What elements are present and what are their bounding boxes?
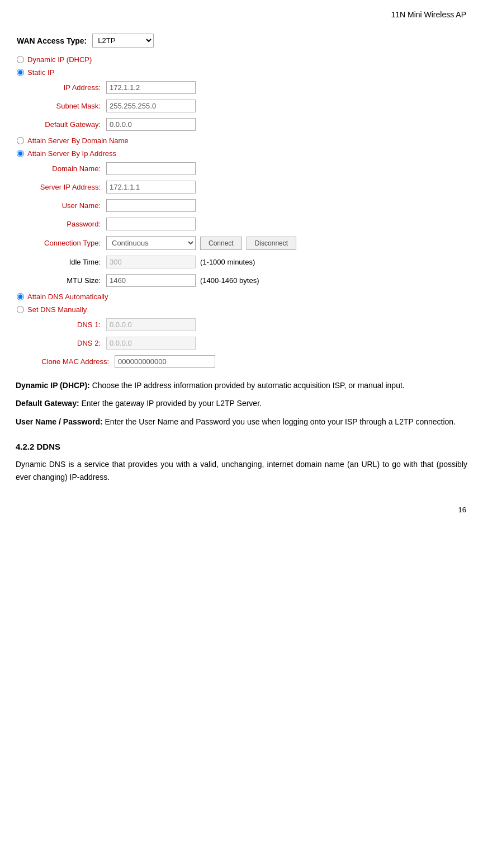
set-dns-manually-radio-row: Set DNS Manually (17, 305, 472, 314)
subnet-mask-label: Subnet Mask: (17, 102, 106, 110)
default-gw-desc-text: Enter the gateway IP provided by your L2… (81, 399, 261, 408)
connect-button[interactable]: Connect (200, 237, 242, 250)
attain-ip-radio[interactable] (17, 150, 24, 157)
default-gateway-input[interactable] (106, 118, 196, 131)
ip-address-input[interactable] (106, 81, 196, 94)
password-row: Password: (17, 218, 472, 230)
domain-name-label: Domain Name: (17, 164, 106, 173)
default-gw-description: Default Gateway: Enter the gateway IP pr… (16, 397, 467, 409)
user-pass-description: User Name / Password: Enter the User Nam… (16, 416, 467, 428)
mtu-size-hint: (1400-1460 bytes) (200, 276, 259, 285)
attain-ip-radio-row: Attain Server By Ip Address (17, 149, 472, 158)
static-ip-label: Static IP (27, 68, 54, 77)
form-section: WAN Access Type: L2TP PPPoE PPTP Static … (11, 34, 472, 368)
dns1-label: DNS 1: (28, 320, 106, 329)
default-gateway-row: Default Gateway: (17, 118, 472, 131)
user-name-row: User Name: (17, 199, 472, 212)
ip-address-label: IP Address: (17, 83, 106, 92)
connection-type-select[interactable]: Continuous Connect on Demand Manual (106, 236, 196, 250)
server-ip-label: Server IP Address: (17, 183, 106, 191)
password-input[interactable] (106, 218, 196, 230)
clone-mac-input[interactable] (115, 355, 215, 368)
wan-access-row: WAN Access Type: L2TP PPPoE PPTP Static … (17, 34, 472, 48)
header-title: 11N Mini Wireless AP (391, 10, 466, 19)
idle-time-input[interactable] (106, 256, 196, 268)
description-section: Dynamic IP (DHCP): Choose the IP address… (11, 379, 472, 483)
mtu-size-row: MTU Size: (1400-1460 bytes) (17, 274, 472, 287)
disconnect-button[interactable]: Disconnect (247, 237, 296, 250)
attain-domain-radio[interactable] (17, 137, 24, 144)
clone-mac-label: Clone MAC Address: (17, 357, 115, 366)
static-ip-radio-row: Static IP (17, 68, 472, 77)
user-pass-desc-text: Enter the User Name and Password you use… (105, 417, 456, 426)
attain-dns-auto-radio[interactable] (17, 293, 24, 300)
subnet-mask-input[interactable] (106, 100, 196, 112)
attain-domain-label: Attain Server By Domain Name (27, 136, 129, 145)
idle-time-label: Idle Time: (17, 258, 106, 266)
dns2-label: DNS 2: (28, 339, 106, 347)
dynamic-ip-radio[interactable] (17, 56, 24, 63)
mtu-size-input[interactable] (106, 274, 196, 287)
subnet-mask-row: Subnet Mask: (17, 100, 472, 112)
dynamic-ip-description: Dynamic IP (DHCP): Choose the IP address… (16, 379, 467, 391)
wan-access-select[interactable]: L2TP PPPoE PPTP Static IP Dynamic IP (DH… (92, 34, 154, 48)
set-dns-manually-label: Set DNS Manually (27, 305, 87, 314)
connection-type-row: Connection Type: Continuous Connect on D… (17, 236, 472, 250)
dynamic-ip-radio-row: Dynamic IP (DHCP) (17, 55, 472, 64)
wan-access-label: WAN Access Type: (17, 36, 87, 45)
attain-ip-label: Attain Server By Ip Address (27, 149, 116, 158)
dynamic-ip-desc-bold: Dynamic IP (DHCP): (16, 381, 90, 390)
default-gateway-label: Default Gateway: (17, 120, 106, 129)
static-ip-radio[interactable] (17, 69, 24, 76)
default-gw-desc-bold: Default Gateway: (16, 399, 79, 408)
connection-type-label: Connection Type: (17, 239, 106, 247)
domain-name-input[interactable] (106, 162, 196, 175)
page-number: 16 (11, 506, 472, 514)
dns2-row: DNS 2: (17, 337, 472, 350)
ddns-text: Dynamic DNS is a service that provides y… (16, 458, 467, 483)
user-name-input[interactable] (106, 199, 196, 212)
domain-name-row: Domain Name: (17, 162, 472, 175)
password-label: Password: (17, 220, 106, 228)
dynamic-ip-label: Dynamic IP (DHCP) (27, 55, 92, 64)
ddns-heading: 4.2.2 DDNS (16, 440, 467, 454)
dns1-input[interactable] (106, 318, 196, 331)
user-pass-desc-bold: User Name / Password: (16, 417, 103, 426)
set-dns-manually-radio[interactable] (17, 306, 24, 313)
dns2-input[interactable] (106, 337, 196, 350)
user-name-label: User Name: (17, 201, 106, 210)
clone-mac-row: Clone MAC Address: (17, 355, 472, 368)
idle-time-hint: (1-1000 minutes) (200, 258, 255, 266)
idle-time-row: Idle Time: (1-1000 minutes) (17, 256, 472, 268)
server-ip-row: Server IP Address: (17, 181, 472, 194)
dynamic-ip-desc-text: Choose the IP address information provid… (92, 381, 405, 390)
attain-dns-auto-label: Attain DNS Automatically (27, 293, 108, 301)
page-header: 11N Mini Wireless AP (11, 6, 472, 23)
server-ip-input[interactable] (106, 181, 196, 194)
mtu-size-label: MTU Size: (17, 276, 106, 285)
dns1-row: DNS 1: (17, 318, 472, 331)
attain-domain-radio-row: Attain Server By Domain Name (17, 136, 472, 145)
ip-address-row: IP Address: (17, 81, 472, 94)
attain-dns-auto-radio-row: Attain DNS Automatically (17, 293, 472, 301)
